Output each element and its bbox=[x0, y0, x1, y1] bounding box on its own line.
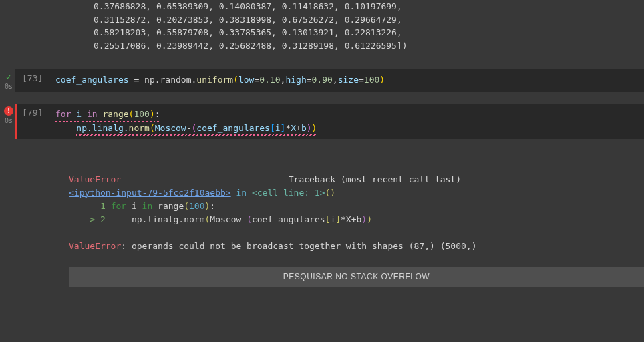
traceback-output: ----------------------------------------… bbox=[69, 159, 644, 253]
error-icon: ! bbox=[4, 106, 13, 116]
code-content[interactable]: coef_angulares = np.random.uniform(low=0… bbox=[55, 73, 385, 88]
cell-gutter: ✓ 0s bbox=[2, 69, 15, 92]
code-content[interactable]: for i in range(100): np.linalg.norm(Mosc… bbox=[55, 108, 317, 136]
exec-time: 0s bbox=[5, 83, 13, 90]
exec-count: [73] bbox=[22, 73, 46, 88]
code-row: [79] for i in range(100): np.linalg.norm… bbox=[15, 104, 644, 140]
traceback-link[interactable]: <ipython-input-79-5fcc2f10aebb> bbox=[69, 188, 231, 198]
code-cell-73[interactable]: ✓ 0s [73] coef_angulares = np.random.uni… bbox=[0, 69, 644, 92]
check-icon: ✓ bbox=[6, 72, 11, 81]
code-cell-79[interactable]: ! 0s [79] for i in range(100): np.linalg… bbox=[0, 104, 644, 287]
search-stackoverflow-button[interactable]: PESQUISAR NO STACK OVERFLOW bbox=[69, 267, 644, 287]
exec-count: [79] bbox=[22, 108, 46, 136]
code-row: [73] coef_angulares = np.random.uniform(… bbox=[15, 69, 644, 92]
exec-time: 0s bbox=[5, 117, 13, 124]
prev-output-text: 0.37686828, 0.65389309, 0.14080387, 0.11… bbox=[0, 0, 644, 57]
cell-gutter: ! 0s bbox=[2, 104, 15, 287]
